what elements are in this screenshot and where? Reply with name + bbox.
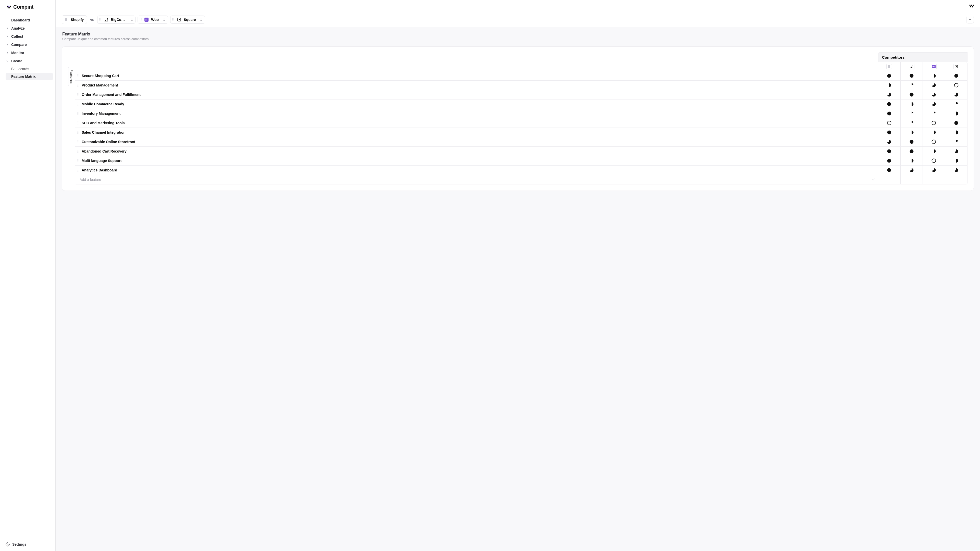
score-cell[interactable] xyxy=(923,71,945,80)
add-competitor-button[interactable] xyxy=(966,16,974,24)
svg-point-4 xyxy=(9,7,11,8)
score-cell[interactable] xyxy=(878,165,900,175)
score-cell[interactable] xyxy=(878,128,900,137)
score-cell[interactable] xyxy=(923,81,945,90)
score-cell[interactable] xyxy=(878,118,900,127)
app-menu-icon[interactable] xyxy=(967,2,976,11)
drag-handle-icon[interactable] xyxy=(77,159,80,162)
remove-chip-button[interactable] xyxy=(130,17,134,22)
drag-handle-icon[interactable] xyxy=(77,83,80,87)
logo[interactable]: Compint xyxy=(0,0,56,14)
score-cell[interactable] xyxy=(945,128,967,137)
nav-compare[interactable]: Compare xyxy=(3,41,53,49)
harvey-ball-icon xyxy=(886,73,892,78)
score-cell[interactable] xyxy=(945,81,967,90)
drag-handle-icon[interactable] xyxy=(77,112,80,115)
drag-handle-icon[interactable] xyxy=(77,168,80,172)
chevron-right-icon xyxy=(6,43,9,46)
score-cell[interactable] xyxy=(900,156,923,165)
score-cell[interactable] xyxy=(923,109,945,118)
competitor-chip[interactable]: BigComm… xyxy=(97,16,135,24)
score-cell[interactable] xyxy=(900,147,923,156)
score-cell[interactable] xyxy=(878,147,900,156)
score-cell[interactable] xyxy=(900,118,923,127)
score-cell[interactable] xyxy=(923,118,945,127)
score-cell[interactable] xyxy=(923,128,945,137)
score-cell[interactable] xyxy=(923,100,945,109)
score-cell[interactable] xyxy=(878,156,900,165)
score-cell[interactable] xyxy=(878,137,900,146)
svg-point-83 xyxy=(78,121,78,122)
nav-collect[interactable]: Collect xyxy=(3,32,53,41)
drag-handle-icon[interactable] xyxy=(77,74,80,78)
svg-point-46 xyxy=(78,74,78,75)
nav-feature-matrix[interactable]: Feature Matrix xyxy=(6,73,53,80)
score-cell[interactable] xyxy=(878,90,900,99)
competitor-column-header[interactable] xyxy=(900,62,923,71)
drag-handle-icon[interactable] xyxy=(77,130,80,134)
remove-chip-button[interactable] xyxy=(162,17,166,22)
score-cell[interactable] xyxy=(923,147,945,156)
svg-point-129 xyxy=(887,168,891,172)
score-cell[interactable] xyxy=(878,81,900,90)
score-cell[interactable] xyxy=(900,128,923,137)
score-cell[interactable] xyxy=(945,100,967,109)
score-cell[interactable] xyxy=(878,109,900,118)
drag-handle-icon[interactable] xyxy=(172,18,175,21)
competitor-column-header[interactable] xyxy=(945,62,968,71)
score-cell[interactable] xyxy=(900,71,923,80)
score-cell[interactable] xyxy=(878,100,900,109)
competitor-column-header[interactable] xyxy=(878,62,900,71)
score-cell[interactable] xyxy=(900,137,923,146)
nav-create-sub: Battlecards Feature Matrix xyxy=(3,65,53,80)
drag-handle-icon[interactable] xyxy=(77,140,80,144)
feature-row: Analytics Dashboard xyxy=(75,165,967,175)
svg-point-106 xyxy=(932,140,936,144)
primary-product-chip[interactable]: Shopify xyxy=(62,15,87,24)
score-cell[interactable] xyxy=(878,71,900,80)
competitor-chip[interactable]: Woo xyxy=(138,16,168,24)
score-cell[interactable] xyxy=(945,109,967,118)
score-cell[interactable] xyxy=(900,165,923,175)
score-cell[interactable] xyxy=(945,165,967,175)
svg-point-120 xyxy=(79,162,79,162)
nav-settings[interactable]: Settings xyxy=(3,540,53,548)
nav-monitor[interactable]: Monitor xyxy=(3,49,53,57)
score-cell[interactable] xyxy=(900,109,923,118)
drag-handle-icon[interactable] xyxy=(77,93,80,97)
drag-handle-icon[interactable] xyxy=(77,149,80,153)
competitor-column-header[interactable] xyxy=(923,62,945,71)
nav-dashboard[interactable]: Dashboard xyxy=(3,16,53,24)
score-cell[interactable] xyxy=(923,165,945,175)
score-cell[interactable] xyxy=(945,137,967,146)
score-cell[interactable] xyxy=(923,137,945,146)
drag-handle-icon[interactable] xyxy=(77,102,80,106)
score-cell[interactable] xyxy=(945,90,967,99)
score-cell[interactable] xyxy=(923,156,945,165)
nav-create[interactable]: Create xyxy=(3,57,53,65)
confirm-icon[interactable] xyxy=(872,178,875,181)
feature-name: Multi-language Support xyxy=(82,159,121,163)
score-cell[interactable] xyxy=(923,90,945,99)
score-cell[interactable] xyxy=(900,100,923,109)
competitor-chip[interactable]: Square xyxy=(170,16,205,24)
nav-battlecards[interactable]: Battlecards xyxy=(6,65,53,73)
svg-point-35 xyxy=(173,21,174,21)
score-cell[interactable] xyxy=(945,71,967,80)
score-cell[interactable] xyxy=(900,81,923,90)
score-cell[interactable] xyxy=(945,156,967,165)
score-cell[interactable] xyxy=(945,147,967,156)
svg-point-11 xyxy=(100,18,100,19)
nav-analyze[interactable]: Analyze xyxy=(3,24,53,32)
remove-chip-button[interactable] xyxy=(199,17,204,22)
drag-handle-icon[interactable] xyxy=(77,121,80,125)
drag-handle-icon[interactable] xyxy=(99,18,102,21)
feature-name: Sales Channel Integration xyxy=(82,130,126,135)
harvey-ball-icon xyxy=(931,139,936,144)
score-cell[interactable] xyxy=(945,118,967,127)
add-feature-row[interactable]: Add a feature xyxy=(75,175,967,184)
svg-point-53 xyxy=(910,74,913,78)
score-cell[interactable] xyxy=(900,90,923,99)
harvey-ball-icon xyxy=(886,130,892,135)
drag-handle-icon[interactable] xyxy=(139,18,142,21)
